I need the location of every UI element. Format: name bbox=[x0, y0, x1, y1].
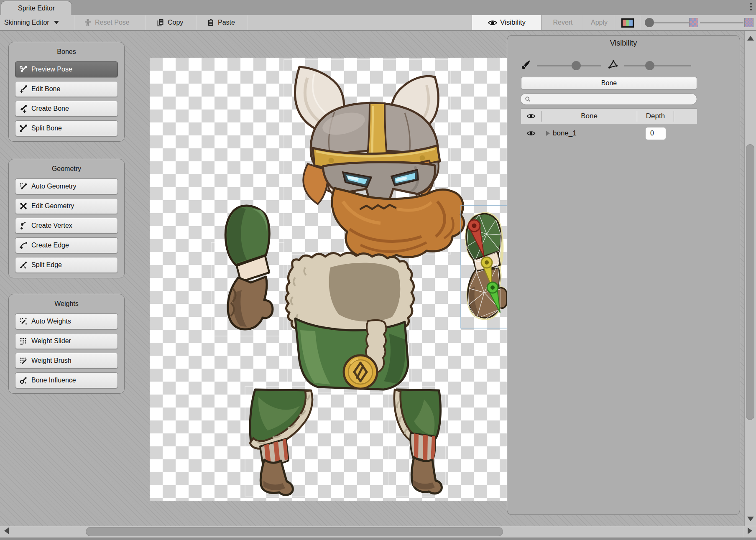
search-icon bbox=[525, 96, 531, 102]
scroll-down-arrow[interactable] bbox=[747, 517, 754, 521]
create-edge-icon bbox=[19, 241, 28, 250]
bone-search-field[interactable] bbox=[520, 93, 697, 105]
main-toolbar: Skinning Editor Reset Pose Copy bbox=[0, 15, 756, 31]
horizontal-scrollbar[interactable] bbox=[0, 526, 756, 537]
window-tab-bar: Sprite Editor bbox=[0, 0, 756, 15]
split-edge-button[interactable]: Split Edge bbox=[15, 257, 118, 273]
scroll-right-arrow[interactable] bbox=[748, 527, 752, 534]
panel-title: Geometry bbox=[9, 163, 124, 178]
visibility-toggle-button[interactable]: Visibility bbox=[472, 15, 541, 30]
vertical-scrollbar[interactable] bbox=[744, 31, 756, 526]
copy-button[interactable]: Copy bbox=[156, 15, 183, 30]
bone-row[interactable]: bone_1 bbox=[521, 124, 697, 143]
texture-checker-swatch-small bbox=[744, 18, 753, 27]
vertical-scroll-thumb[interactable] bbox=[746, 144, 754, 420]
bone-visibility-eye-icon[interactable] bbox=[526, 130, 536, 136]
bone-category-button[interactable]: Bone bbox=[521, 77, 697, 89]
toolbar-divider bbox=[145, 15, 146, 30]
search-input[interactable] bbox=[534, 95, 692, 103]
visibility-panel-title: Visibility bbox=[507, 39, 740, 48]
edit-geometry-button[interactable]: Edit Geometry bbox=[15, 198, 118, 214]
panel-title: Bones bbox=[9, 46, 124, 61]
bone-table: Bone Depth bone_1 bbox=[521, 108, 697, 143]
column-header-depth[interactable]: Depth bbox=[637, 112, 674, 120]
create-bone-button[interactable]: Create Bone bbox=[15, 101, 118, 117]
column-header-bone[interactable]: Bone bbox=[541, 112, 637, 120]
preview-pose-button[interactable]: Preview Pose bbox=[15, 61, 118, 77]
window-bottom-edge bbox=[0, 537, 756, 540]
toolbar-divider bbox=[583, 15, 583, 30]
sprite-arm-with-bones bbox=[461, 206, 507, 328]
horizontal-scroll-thumb[interactable] bbox=[86, 527, 503, 536]
toolbar-divider bbox=[248, 15, 248, 30]
auto-geometry-icon bbox=[19, 182, 28, 191]
depth-input[interactable] bbox=[645, 127, 666, 140]
chevron-down-icon bbox=[54, 21, 59, 24]
edit-bone-icon bbox=[19, 85, 28, 93]
auto-geometry-button[interactable]: Auto Geometry bbox=[15, 178, 118, 194]
split-bone-icon bbox=[19, 124, 28, 132]
split-bone-button[interactable]: Split Bone bbox=[15, 120, 118, 136]
sprite-tint-swatch[interactable] bbox=[621, 18, 634, 28]
weight-slider-icon bbox=[19, 337, 28, 345]
toolbar-divider bbox=[74, 15, 74, 30]
split-edge-icon bbox=[19, 261, 28, 269]
bone-influence-button[interactable]: Bone Influence bbox=[15, 372, 118, 388]
scroll-up-arrow[interactable] bbox=[747, 36, 754, 41]
mesh-opacity-slider[interactable] bbox=[624, 65, 691, 66]
weights-panel: Weights Auto Weights Weight Slider Weigh… bbox=[8, 294, 125, 394]
visibility-panel: Visibility Bone bbox=[507, 35, 740, 515]
create-edge-button[interactable]: Create Edge bbox=[15, 237, 118, 253]
sprite-left-leg bbox=[250, 390, 312, 495]
toolbar-divider bbox=[197, 15, 197, 30]
sprite-head bbox=[295, 67, 464, 259]
kebab-menu-icon[interactable] bbox=[748, 3, 754, 13]
scrollbar-corner-divider bbox=[744, 526, 744, 538]
opacity-slider-knob[interactable] bbox=[645, 18, 654, 27]
reset-pose-icon bbox=[84, 18, 92, 27]
paste-button[interactable]: Paste bbox=[207, 15, 235, 30]
sprite-canvas-art bbox=[150, 58, 507, 501]
bone-opacity-knob[interactable] bbox=[572, 61, 581, 70]
mesh-opacity-icon bbox=[608, 59, 618, 70]
edit-bone-button[interactable]: Edit Bone bbox=[15, 81, 118, 97]
bone-opacity-slider[interactable] bbox=[537, 65, 601, 66]
sprite-right-leg bbox=[394, 390, 442, 494]
edit-geometry-icon bbox=[19, 202, 28, 210]
revert-button[interactable]: Revert bbox=[543, 15, 582, 30]
mesh-opacity-knob[interactable] bbox=[645, 61, 654, 70]
apply-button[interactable]: Apply bbox=[585, 15, 614, 30]
create-vertex-button[interactable]: Create Vertex bbox=[15, 218, 118, 234]
opacity-slider-track[interactable] bbox=[700, 22, 743, 23]
sprite-torso bbox=[286, 253, 414, 390]
weight-brush-button[interactable]: Weight Brush bbox=[15, 353, 118, 369]
bones-panel: Bones Preview Pose Edit Bone Create Bone… bbox=[8, 42, 125, 142]
preview-pose-icon bbox=[19, 65, 28, 74]
toolbar-divider bbox=[641, 15, 641, 30]
bone-influence-icon bbox=[19, 376, 28, 385]
create-bone-icon bbox=[19, 104, 28, 113]
weight-brush-icon bbox=[19, 357, 28, 365]
tab-sprite-editor[interactable]: Sprite Editor bbox=[1, 1, 72, 15]
panel-title: Weights bbox=[9, 298, 124, 313]
weight-slider-button[interactable]: Weight Slider bbox=[15, 333, 118, 349]
reset-pose-button[interactable]: Reset Pose bbox=[84, 15, 130, 30]
opacity-slider-track[interactable] bbox=[654, 22, 689, 23]
texture-checker-swatch bbox=[689, 18, 698, 27]
auto-weights-button[interactable]: Auto Weights bbox=[15, 313, 118, 329]
bone-table-header: Bone Depth bbox=[521, 108, 697, 124]
tab-title: Sprite Editor bbox=[18, 5, 55, 12]
create-vertex-icon bbox=[19, 222, 28, 230]
bone-name: bone_1 bbox=[553, 129, 577, 138]
geometry-panel: Geometry Auto Geometry Edit Geometry Cre… bbox=[8, 159, 125, 278]
sprite-canvas[interactable] bbox=[150, 58, 507, 501]
skinning-editor-workspace: Bones Preview Pose Edit Bone Create Bone… bbox=[0, 31, 756, 526]
sprite-editor-window: Sprite Editor Skinning Editor Reset Pose… bbox=[0, 0, 756, 540]
visibility-column-eye-icon[interactable] bbox=[526, 113, 536, 119]
copy-icon bbox=[156, 18, 165, 27]
auto-weights-icon bbox=[19, 317, 28, 326]
paste-icon bbox=[207, 18, 215, 27]
scroll-left-arrow[interactable] bbox=[4, 527, 9, 534]
expand-arrow-icon[interactable] bbox=[546, 131, 550, 136]
mode-dropdown[interactable]: Skinning Editor bbox=[4, 15, 59, 30]
